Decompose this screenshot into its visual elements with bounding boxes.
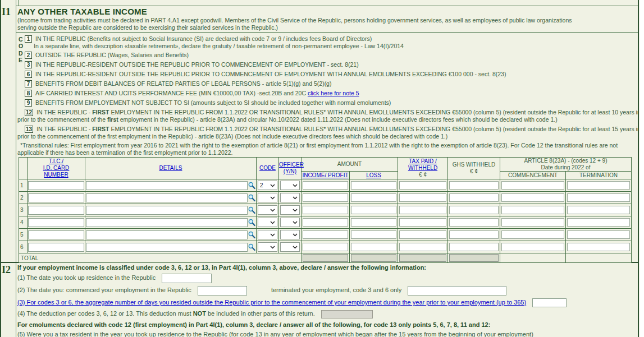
termination-input[interactable] bbox=[567, 218, 630, 227]
officer-select[interactable] bbox=[280, 181, 300, 190]
ghs-input[interactable] bbox=[449, 193, 499, 202]
officer-select-cell bbox=[279, 192, 302, 204]
termination-input[interactable] bbox=[567, 181, 630, 190]
tax-paid-currency-label: € ¢ bbox=[398, 172, 447, 178]
loss-input[interactable] bbox=[351, 218, 396, 227]
officer-select[interactable] bbox=[280, 205, 300, 215]
tax-paid-header-line[interactable]: TAX PAID / bbox=[398, 158, 447, 165]
ghs-input[interactable] bbox=[449, 243, 499, 251]
details-input[interactable] bbox=[86, 218, 248, 227]
commencement-input[interactable] bbox=[501, 230, 564, 239]
details-lookup-button[interactable] bbox=[248, 194, 255, 202]
income-profit-subheader[interactable]: INCOME/ PROFIT bbox=[302, 172, 350, 179]
details-input[interactable] bbox=[86, 206, 248, 215]
days-outside-republic-input[interactable] bbox=[532, 298, 567, 307]
q4-label-post: be included in other parts of this retur… bbox=[206, 310, 315, 317]
tic-input[interactable] bbox=[28, 230, 84, 239]
code-select[interactable] bbox=[258, 205, 277, 215]
codes-area: 1IN THE REPUBLIC (Benefits not subject t… bbox=[17, 35, 638, 156]
code-column-header[interactable]: CODE bbox=[257, 158, 279, 179]
income-profit-input[interactable] bbox=[303, 243, 348, 251]
tic-header-line[interactable]: NUMBER bbox=[28, 172, 85, 178]
tax-paid-column-header[interactable]: TAX PAID / WITHHELD € ¢ bbox=[398, 158, 448, 179]
tic-input[interactable] bbox=[28, 218, 84, 227]
loss-input[interactable] bbox=[351, 230, 396, 239]
tax-paid-input[interactable] bbox=[399, 193, 446, 202]
tax-paid-input[interactable] bbox=[399, 218, 446, 227]
termination-input[interactable] bbox=[567, 243, 630, 251]
ghs-input[interactable] bbox=[449, 218, 499, 227]
commencement-input[interactable] bbox=[501, 193, 564, 202]
ghs-input[interactable] bbox=[449, 206, 499, 214]
tic-input[interactable] bbox=[28, 206, 84, 215]
commencement-input-cell bbox=[500, 216, 566, 229]
tax-paid-input-cell bbox=[398, 192, 448, 204]
commencement-input[interactable] bbox=[501, 181, 564, 190]
loss-input[interactable] bbox=[351, 193, 396, 202]
employment-commenced-date-input[interactable] bbox=[198, 286, 247, 296]
tic-input[interactable] bbox=[28, 243, 84, 252]
tic-input[interactable] bbox=[28, 181, 84, 190]
tax-paid-header-line[interactable]: WITHHELD bbox=[398, 165, 447, 172]
code-select[interactable]: 2 bbox=[258, 181, 277, 190]
code-header-link[interactable]: CODE bbox=[259, 165, 276, 171]
note-5-link[interactable]: click here for note 5 bbox=[308, 90, 359, 96]
commencement-input[interactable] bbox=[501, 218, 564, 227]
termination-input[interactable] bbox=[567, 230, 630, 239]
details-lookup-button[interactable] bbox=[248, 182, 255, 190]
tax-paid-input[interactable] bbox=[399, 230, 446, 239]
officer-column-header[interactable]: OFFICER (Y/N) bbox=[279, 158, 302, 179]
loss-header-link[interactable]: LOSS bbox=[366, 172, 381, 178]
officer-select[interactable] bbox=[280, 193, 300, 202]
tic-input[interactable] bbox=[28, 193, 84, 202]
i1-header-bottom-border bbox=[16, 32, 638, 33]
tax-paid-input[interactable] bbox=[399, 181, 446, 190]
details-lookup-button[interactable] bbox=[248, 219, 255, 227]
loss-subheader[interactable]: LOSS bbox=[350, 172, 398, 179]
details-input[interactable] bbox=[86, 243, 248, 252]
officer-select[interactable] bbox=[280, 218, 300, 227]
details-lookup-button[interactable] bbox=[248, 206, 255, 214]
loss-input-cell bbox=[350, 179, 398, 192]
details-input[interactable] bbox=[86, 230, 248, 239]
loss-input[interactable] bbox=[351, 181, 396, 190]
details-lookup-button[interactable] bbox=[248, 243, 255, 251]
income-profit-input[interactable] bbox=[303, 230, 348, 239]
tax-paid-input[interactable] bbox=[399, 206, 446, 214]
income-profit-input[interactable] bbox=[303, 181, 348, 190]
income-profit-input[interactable] bbox=[303, 193, 348, 202]
tic-header-line[interactable]: I.D. CARD bbox=[28, 165, 85, 172]
code-text: BENEFITS FROM DEBIT BALANCES OF RELATED … bbox=[35, 80, 331, 87]
details-header-link[interactable]: DETAILS bbox=[159, 165, 182, 171]
q3-link[interactable]: (3) For codes 3 or 6, the aggregate numb… bbox=[17, 299, 526, 306]
details-input[interactable] bbox=[86, 193, 248, 202]
income-profit-input[interactable] bbox=[303, 218, 348, 227]
code-select[interactable] bbox=[258, 242, 277, 252]
residence-date-input[interactable] bbox=[162, 274, 212, 283]
employment-terminated-date-input[interactable] bbox=[408, 286, 506, 296]
officer-header-line[interactable]: OFFICER bbox=[279, 161, 301, 168]
officer-header-line[interactable]: (Y/N) bbox=[279, 168, 301, 175]
loss-input[interactable] bbox=[351, 243, 396, 251]
code-select[interactable] bbox=[258, 230, 277, 239]
ghs-input[interactable] bbox=[449, 230, 499, 239]
officer-select[interactable] bbox=[280, 242, 300, 252]
termination-input[interactable] bbox=[567, 193, 630, 202]
officer-select[interactable] bbox=[280, 230, 300, 239]
ghs-input[interactable] bbox=[449, 181, 499, 190]
commencement-input[interactable] bbox=[501, 243, 564, 251]
details-input[interactable] bbox=[86, 181, 248, 190]
details-column-header[interactable]: DETAILS bbox=[85, 158, 257, 179]
code-select[interactable] bbox=[258, 193, 277, 202]
income-profit-input[interactable] bbox=[303, 206, 348, 214]
code-select[interactable] bbox=[258, 218, 277, 227]
tax-paid-input[interactable] bbox=[399, 243, 446, 251]
tic-column-header[interactable]: T.I.C./ I.D. CARD NUMBER bbox=[28, 158, 85, 179]
tic-header-line[interactable]: T.I.C./ bbox=[28, 158, 85, 165]
income-profit-header-link[interactable]: INCOME/ PROFIT bbox=[302, 172, 348, 178]
termination-input[interactable] bbox=[567, 206, 630, 214]
commencement-input[interactable] bbox=[501, 206, 564, 214]
loss-input[interactable] bbox=[351, 206, 396, 214]
details-lookup-button[interactable] bbox=[248, 231, 255, 239]
income-profit-input-cell bbox=[302, 204, 350, 216]
